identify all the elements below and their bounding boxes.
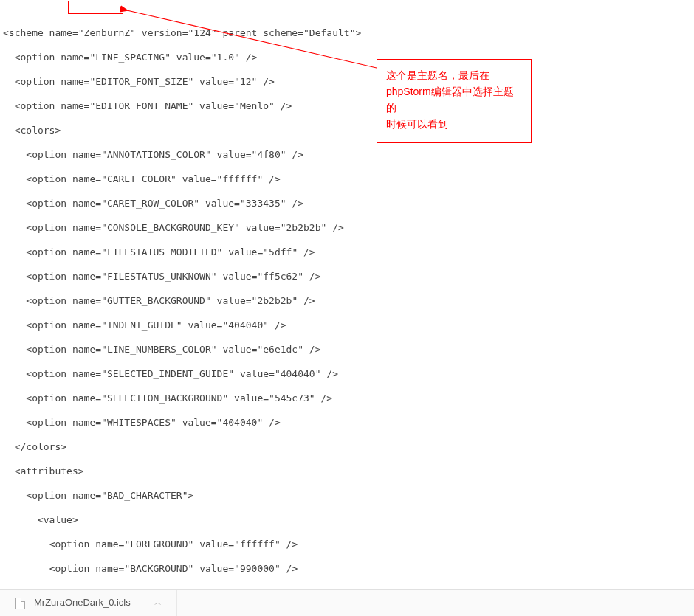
code-line: <option name="LINE_NUMBERS_COLOR" value=… (3, 344, 694, 356)
code-line: <colors> (3, 125, 694, 137)
code-line: <option name="FILESTATUS_UNKNOWN" value=… (3, 271, 694, 283)
file-tab[interactable]: MrZuraOneDark_0.icls ︿ (0, 590, 177, 616)
file-name: MrZuraOneDark_0.icls (34, 597, 131, 609)
code-line: <option name="INDENT_GUIDE" value="40404… (3, 319, 694, 332)
code-line: <option name="BAD_CHARACTER"> (3, 490, 694, 502)
code-line: <option name="EDITOR_FONT_NAME" value="M… (3, 100, 694, 113)
code-line: <option name="CARET_COLOR" value="ffffff… (3, 173, 694, 186)
file-icon (15, 598, 25, 609)
code-line: <option name="ANNOTATIONS_COLOR" value="… (3, 149, 694, 162)
highlight-box (68, 1, 123, 14)
code-line: <option name="SELECTION_BACKGROUND" valu… (3, 392, 694, 405)
annotation-callout: 这个是主题名，最后在 phpStorm编辑器中选择主题的 时候可以看到 (377, 59, 532, 143)
annotation-text-line: 时候可以看到 (386, 116, 522, 132)
code-line: <option name="WHITESPACES" value="404040… (3, 417, 694, 429)
code-view: <scheme name="ZenburnZ" version="124" pa… (0, 0, 694, 616)
code-line: <option name="GUTTER_BACKGROUND" value="… (3, 295, 694, 308)
chevron-up-icon[interactable]: ︿ (154, 597, 162, 609)
footer-bar: MrZuraOneDark_0.icls ︿ (0, 589, 694, 616)
code-line: <scheme name="ZenburnZ" version="124" pa… (3, 27, 694, 40)
code-line: <option name="CONSOLE_BACKGROUND_KEY" va… (3, 222, 694, 235)
annotation-text-line: phpStorm编辑器中选择主题的 (386, 83, 522, 116)
annotation-text-line: 这个是主题名，最后在 (386, 67, 522, 83)
code-line: <option name="EDITOR_FONT_SIZE" value="1… (3, 76, 694, 89)
code-line: <option name="FILESTATUS_MODIFIED" value… (3, 246, 694, 259)
code-line: <option name="LINE_SPACING" value="1.0" … (3, 52, 694, 64)
code-line: <value> (3, 514, 694, 527)
code-line: <option name="CARET_ROW_COLOR" value="33… (3, 198, 694, 210)
code-line: <option name="SELECTED_INDENT_GUIDE" val… (3, 368, 694, 381)
code-line: </colors> (3, 441, 694, 454)
code-line: <attributes> (3, 466, 694, 478)
code-line: <option name="BACKGROUND" value="990000"… (3, 563, 694, 575)
code-line: <option name="FOREGROUND" value="ffffff"… (3, 539, 694, 551)
